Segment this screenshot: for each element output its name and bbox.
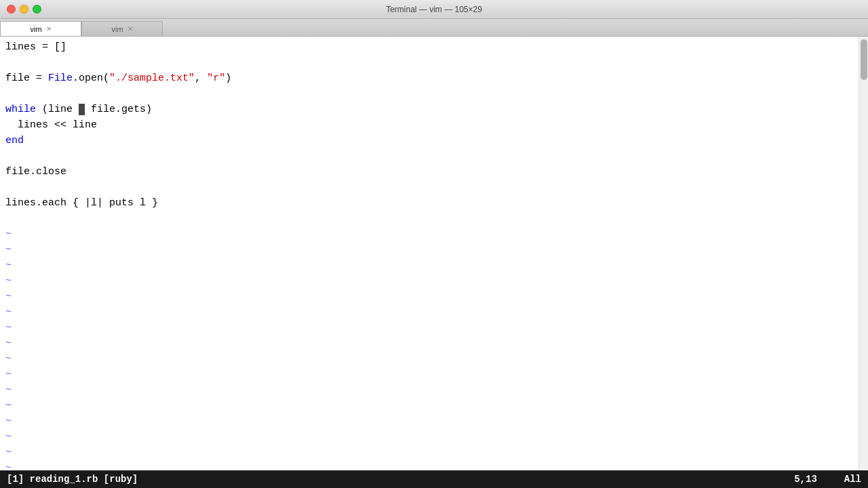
close-button[interactable] (7, 5, 16, 14)
terminal-window: Terminal — vim — 105×29 vim ✕ vim ✕ line… (0, 0, 868, 488)
minimize-button[interactable] (20, 5, 28, 14)
window-title: Terminal — vim — 105×29 (386, 5, 482, 14)
tab-bar: vim ✕ vim ✕ (0, 19, 868, 37)
status-position: 5,13 (794, 474, 817, 485)
status-file-info: [1] reading_1.rb [ruby] (7, 474, 138, 485)
titlebar-buttons (7, 5, 41, 14)
vertical-scrollbar[interactable] (859, 37, 868, 470)
maximize-button[interactable] (33, 5, 41, 14)
status-view: All (844, 474, 861, 485)
code-editor[interactable]: lines = [] file = File.open("./sample.tx… (0, 37, 859, 470)
editor-area[interactable]: lines = [] file = File.open("./sample.tx… (0, 37, 868, 470)
tab-vim-1[interactable]: vim ✕ (0, 21, 81, 36)
status-right: 5,13 All (794, 474, 861, 485)
tab-vim-2[interactable]: vim ✕ (81, 21, 163, 36)
tab-close-icon-2[interactable]: ✕ (127, 25, 133, 33)
tab-close-icon-1[interactable]: ✕ (46, 25, 52, 33)
tab-label-1: vim (30, 25, 41, 33)
tab-label-2: vim (111, 25, 123, 33)
scrollbar-thumb[interactable] (861, 39, 867, 80)
status-left: [1] reading_1.rb [ruby] (7, 474, 138, 485)
titlebar: Terminal — vim — 105×29 (0, 0, 868, 19)
statusbar: [1] reading_1.rb [ruby] 5,13 All (0, 470, 868, 488)
